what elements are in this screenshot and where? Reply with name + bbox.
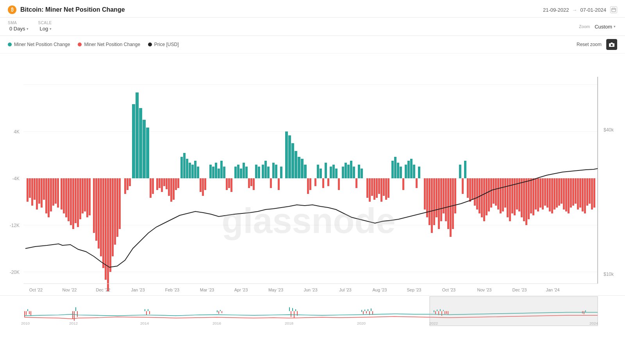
svg-rect-194	[502, 178, 504, 211]
svg-rect-277	[363, 311, 364, 314]
scale-label: Scale	[38, 21, 53, 25]
svg-rect-229	[584, 178, 586, 213]
svg-rect-160	[416, 178, 418, 188]
svg-rect-200	[516, 178, 518, 210]
svg-rect-185	[481, 178, 483, 217]
svg-rect-213	[546, 178, 548, 208]
svg-rect-107	[264, 161, 267, 178]
svg-rect-95	[230, 178, 232, 192]
svg-rect-278	[364, 310, 365, 311]
svg-rect-231	[589, 178, 591, 204]
controls-bar: SMA 0 Days ▾ Scale Log ▾ Zoom Custom ▾	[0, 18, 625, 36]
svg-rect-90	[218, 169, 220, 178]
svg-rect-188	[488, 178, 490, 211]
sma-value: 0 Days	[9, 26, 25, 32]
svg-rect-30	[55, 178, 57, 204]
svg-text:Jan '23: Jan '23	[131, 288, 145, 292]
calendar-icon[interactable]	[610, 6, 617, 13]
svg-rect-96	[234, 167, 237, 178]
svg-rect-129	[330, 167, 332, 178]
svg-rect-196	[507, 178, 509, 217]
reset-zoom-button[interactable]: Reset zoom	[577, 42, 602, 47]
date-end[interactable]: 07-01-2024	[580, 7, 607, 13]
main-chart[interactable]: 4K -4K -12K -20K $40k $10k	[0, 53, 625, 295]
svg-rect-40	[79, 178, 81, 219]
svg-rect-205	[528, 178, 530, 219]
svg-rect-279	[366, 311, 367, 314]
sma-dropdown[interactable]: 0 Days ▾	[8, 25, 30, 32]
legend-right: Reset zoom	[577, 39, 617, 50]
svg-text:Aug '23: Aug '23	[373, 288, 387, 292]
svg-rect-202	[521, 178, 523, 217]
svg-rect-143	[371, 178, 373, 196]
btc-icon: ₿	[8, 5, 16, 14]
zoom-dropdown[interactable]: Custom ▾	[593, 23, 617, 30]
svg-rect-138	[355, 178, 357, 188]
svg-rect-19	[29, 178, 31, 198]
svg-text:2010: 2010	[21, 321, 30, 325]
svg-text:2020: 2020	[357, 321, 366, 325]
svg-rect-5	[0, 53, 625, 295]
svg-rect-63	[143, 120, 146, 178]
svg-rect-31	[57, 178, 59, 208]
minimap[interactable]: 2010 2012 2014 2016 2018 2020 2022 2024	[0, 295, 625, 327]
svg-rect-103	[253, 178, 255, 190]
page-title: Bitcoin: Miner Net Position Change	[20, 6, 125, 13]
svg-rect-57	[124, 178, 126, 194]
svg-rect-76	[177, 178, 179, 188]
svg-rect-282	[371, 309, 371, 311]
svg-rect-155	[402, 178, 404, 190]
svg-rect-257	[30, 311, 31, 316]
svg-rect-46	[95, 178, 97, 241]
svg-rect-84	[200, 178, 202, 192]
svg-rect-128	[327, 178, 329, 186]
svg-rect-82	[194, 161, 196, 178]
svg-rect-166	[433, 178, 435, 225]
date-start[interactable]: 21-09-2022	[543, 7, 569, 13]
svg-text:2014: 2014	[140, 321, 149, 325]
scale-chevron: ▾	[50, 27, 52, 31]
svg-rect-187	[486, 178, 488, 215]
svg-rect-190	[493, 178, 495, 204]
svg-text:Oct '23: Oct '23	[442, 288, 456, 292]
svg-rect-183	[476, 178, 478, 210]
svg-rect-120	[304, 165, 307, 178]
svg-rect-225	[575, 178, 577, 204]
svg-rect-149	[385, 178, 387, 200]
svg-text:Dec '23: Dec '23	[512, 288, 527, 292]
svg-rect-73	[170, 178, 172, 202]
svg-rect-145	[376, 178, 378, 198]
screenshot-button[interactable]	[606, 39, 617, 50]
svg-rect-115	[288, 135, 291, 178]
svg-rect-222	[568, 178, 570, 213]
svg-rect-93	[226, 178, 228, 190]
svg-rect-223	[570, 178, 572, 208]
scale-value: Log	[39, 26, 48, 32]
header: ₿ Bitcoin: Miner Net Position Change 21-…	[0, 0, 625, 18]
svg-rect-21	[34, 178, 36, 200]
svg-rect-44	[89, 178, 91, 215]
svg-text:Jun '23: Jun '23	[304, 288, 317, 292]
svg-rect-260	[75, 307, 76, 311]
svg-rect-41	[82, 178, 84, 213]
svg-rect-59	[129, 178, 131, 186]
svg-rect-169	[440, 178, 442, 221]
svg-rect-150	[388, 178, 389, 198]
svg-rect-258	[72, 311, 73, 319]
scale-dropdown[interactable]: Log ▾	[38, 25, 53, 32]
svg-rect-209	[537, 178, 539, 211]
svg-rect-176	[459, 165, 461, 178]
svg-rect-85	[202, 178, 204, 196]
svg-rect-186	[483, 178, 485, 221]
svg-rect-34	[65, 178, 67, 217]
svg-rect-230	[586, 178, 588, 206]
svg-rect-36	[70, 178, 72, 225]
svg-rect-108	[267, 167, 270, 178]
svg-rect-22	[36, 178, 38, 210]
svg-rect-125	[320, 169, 322, 178]
svg-rect-178	[464, 161, 466, 178]
svg-rect-25	[43, 178, 45, 200]
svg-rect-117	[295, 151, 297, 178]
svg-rect-159	[413, 165, 415, 178]
svg-rect-253	[24, 311, 25, 317]
